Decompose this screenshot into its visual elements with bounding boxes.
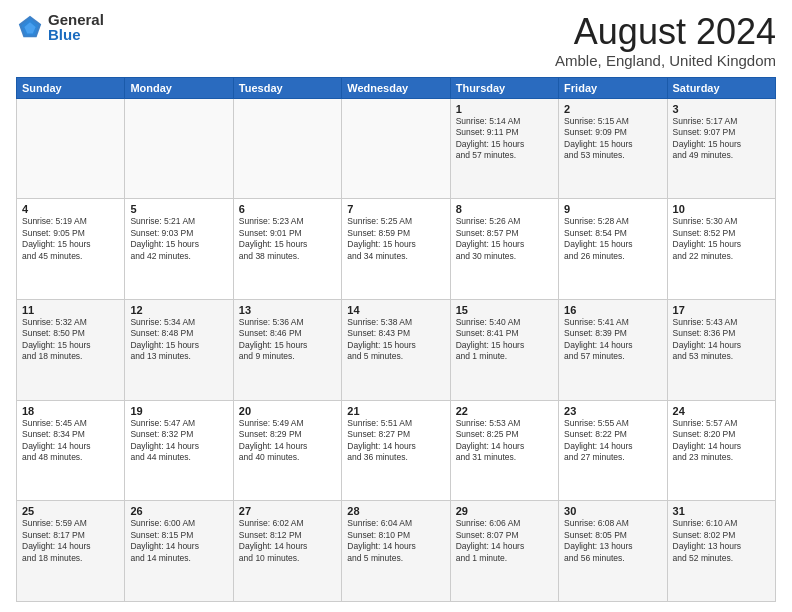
day-number: 9: [564, 203, 661, 215]
day-info: Sunrise: 5:59 AM Sunset: 8:17 PM Dayligh…: [22, 518, 119, 564]
weekday-header-wednesday: Wednesday: [342, 77, 450, 98]
day-info: Sunrise: 6:06 AM Sunset: 8:07 PM Dayligh…: [456, 518, 553, 564]
day-info: Sunrise: 5:53 AM Sunset: 8:25 PM Dayligh…: [456, 418, 553, 464]
calendar-cell: 14Sunrise: 5:38 AM Sunset: 8:43 PM Dayli…: [342, 299, 450, 400]
day-number: 27: [239, 505, 336, 517]
header: General Blue August 2024 Amble, England,…: [16, 12, 776, 69]
day-info: Sunrise: 5:26 AM Sunset: 8:57 PM Dayligh…: [456, 216, 553, 262]
calendar-cell: 23Sunrise: 5:55 AM Sunset: 8:22 PM Dayli…: [559, 400, 667, 501]
day-number: 16: [564, 304, 661, 316]
calendar-cell: [233, 98, 341, 199]
day-number: 3: [673, 103, 770, 115]
month-year-title: August 2024: [555, 12, 776, 52]
day-info: Sunrise: 5:51 AM Sunset: 8:27 PM Dayligh…: [347, 418, 444, 464]
day-info: Sunrise: 6:00 AM Sunset: 8:15 PM Dayligh…: [130, 518, 227, 564]
day-number: 30: [564, 505, 661, 517]
weekday-header-saturday: Saturday: [667, 77, 775, 98]
day-info: Sunrise: 5:19 AM Sunset: 9:05 PM Dayligh…: [22, 216, 119, 262]
day-info: Sunrise: 5:17 AM Sunset: 9:07 PM Dayligh…: [673, 116, 770, 162]
day-number: 26: [130, 505, 227, 517]
day-info: Sunrise: 5:49 AM Sunset: 8:29 PM Dayligh…: [239, 418, 336, 464]
day-info: Sunrise: 5:45 AM Sunset: 8:34 PM Dayligh…: [22, 418, 119, 464]
calendar-cell: 30Sunrise: 6:08 AM Sunset: 8:05 PM Dayli…: [559, 501, 667, 602]
weekday-header-monday: Monday: [125, 77, 233, 98]
day-number: 6: [239, 203, 336, 215]
calendar-cell: 17Sunrise: 5:43 AM Sunset: 8:36 PM Dayli…: [667, 299, 775, 400]
day-number: 17: [673, 304, 770, 316]
day-number: 11: [22, 304, 119, 316]
day-info: Sunrise: 5:21 AM Sunset: 9:03 PM Dayligh…: [130, 216, 227, 262]
calendar-cell: 2Sunrise: 5:15 AM Sunset: 9:09 PM Daylig…: [559, 98, 667, 199]
calendar-week-row: 25Sunrise: 5:59 AM Sunset: 8:17 PM Dayli…: [17, 501, 776, 602]
calendar-cell: 10Sunrise: 5:30 AM Sunset: 8:52 PM Dayli…: [667, 199, 775, 300]
day-info: Sunrise: 5:36 AM Sunset: 8:46 PM Dayligh…: [239, 317, 336, 363]
calendar-table: SundayMondayTuesdayWednesdayThursdayFrid…: [16, 77, 776, 602]
day-number: 7: [347, 203, 444, 215]
day-info: Sunrise: 5:14 AM Sunset: 9:11 PM Dayligh…: [456, 116, 553, 162]
calendar-cell: 12Sunrise: 5:34 AM Sunset: 8:48 PM Dayli…: [125, 299, 233, 400]
day-info: Sunrise: 5:28 AM Sunset: 8:54 PM Dayligh…: [564, 216, 661, 262]
day-number: 2: [564, 103, 661, 115]
calendar-week-row: 4Sunrise: 5:19 AM Sunset: 9:05 PM Daylig…: [17, 199, 776, 300]
calendar-header-row: SundayMondayTuesdayWednesdayThursdayFrid…: [17, 77, 776, 98]
logo: General Blue: [16, 12, 104, 42]
day-info: Sunrise: 5:32 AM Sunset: 8:50 PM Dayligh…: [22, 317, 119, 363]
calendar-cell: 27Sunrise: 6:02 AM Sunset: 8:12 PM Dayli…: [233, 501, 341, 602]
calendar-cell: [17, 98, 125, 199]
weekday-header-friday: Friday: [559, 77, 667, 98]
day-number: 4: [22, 203, 119, 215]
day-info: Sunrise: 6:08 AM Sunset: 8:05 PM Dayligh…: [564, 518, 661, 564]
day-number: 28: [347, 505, 444, 517]
day-info: Sunrise: 6:02 AM Sunset: 8:12 PM Dayligh…: [239, 518, 336, 564]
calendar-cell: 9Sunrise: 5:28 AM Sunset: 8:54 PM Daylig…: [559, 199, 667, 300]
day-number: 31: [673, 505, 770, 517]
day-info: Sunrise: 5:41 AM Sunset: 8:39 PM Dayligh…: [564, 317, 661, 363]
logo-blue-label: Blue: [48, 27, 104, 42]
day-number: 1: [456, 103, 553, 115]
day-number: 13: [239, 304, 336, 316]
day-info: Sunrise: 5:40 AM Sunset: 8:41 PM Dayligh…: [456, 317, 553, 363]
calendar-cell: [342, 98, 450, 199]
calendar-cell: 11Sunrise: 5:32 AM Sunset: 8:50 PM Dayli…: [17, 299, 125, 400]
day-info: Sunrise: 5:43 AM Sunset: 8:36 PM Dayligh…: [673, 317, 770, 363]
day-number: 23: [564, 405, 661, 417]
weekday-header-tuesday: Tuesday: [233, 77, 341, 98]
day-info: Sunrise: 5:30 AM Sunset: 8:52 PM Dayligh…: [673, 216, 770, 262]
calendar-cell: 15Sunrise: 5:40 AM Sunset: 8:41 PM Dayli…: [450, 299, 558, 400]
weekday-header-thursday: Thursday: [450, 77, 558, 98]
calendar-cell: 31Sunrise: 6:10 AM Sunset: 8:02 PM Dayli…: [667, 501, 775, 602]
calendar-week-row: 11Sunrise: 5:32 AM Sunset: 8:50 PM Dayli…: [17, 299, 776, 400]
day-number: 22: [456, 405, 553, 417]
logo-icon: [16, 13, 44, 41]
title-area: August 2024 Amble, England, United Kingd…: [555, 12, 776, 69]
day-number: 20: [239, 405, 336, 417]
day-number: 25: [22, 505, 119, 517]
calendar-cell: 20Sunrise: 5:49 AM Sunset: 8:29 PM Dayli…: [233, 400, 341, 501]
day-number: 21: [347, 405, 444, 417]
calendar-cell: [125, 98, 233, 199]
page: General Blue August 2024 Amble, England,…: [0, 0, 792, 612]
calendar-cell: 21Sunrise: 5:51 AM Sunset: 8:27 PM Dayli…: [342, 400, 450, 501]
calendar-cell: 25Sunrise: 5:59 AM Sunset: 8:17 PM Dayli…: [17, 501, 125, 602]
day-number: 18: [22, 405, 119, 417]
day-info: Sunrise: 5:25 AM Sunset: 8:59 PM Dayligh…: [347, 216, 444, 262]
calendar-cell: 4Sunrise: 5:19 AM Sunset: 9:05 PM Daylig…: [17, 199, 125, 300]
calendar-cell: 13Sunrise: 5:36 AM Sunset: 8:46 PM Dayli…: [233, 299, 341, 400]
calendar-week-row: 18Sunrise: 5:45 AM Sunset: 8:34 PM Dayli…: [17, 400, 776, 501]
day-info: Sunrise: 6:04 AM Sunset: 8:10 PM Dayligh…: [347, 518, 444, 564]
location-subtitle: Amble, England, United Kingdom: [555, 52, 776, 69]
calendar-cell: 5Sunrise: 5:21 AM Sunset: 9:03 PM Daylig…: [125, 199, 233, 300]
day-number: 8: [456, 203, 553, 215]
calendar-cell: 22Sunrise: 5:53 AM Sunset: 8:25 PM Dayli…: [450, 400, 558, 501]
calendar-cell: 26Sunrise: 6:00 AM Sunset: 8:15 PM Dayli…: [125, 501, 233, 602]
calendar-cell: 19Sunrise: 5:47 AM Sunset: 8:32 PM Dayli…: [125, 400, 233, 501]
day-info: Sunrise: 5:57 AM Sunset: 8:20 PM Dayligh…: [673, 418, 770, 464]
day-number: 10: [673, 203, 770, 215]
calendar-cell: 3Sunrise: 5:17 AM Sunset: 9:07 PM Daylig…: [667, 98, 775, 199]
logo-general-label: General: [48, 12, 104, 27]
calendar-cell: 6Sunrise: 5:23 AM Sunset: 9:01 PM Daylig…: [233, 199, 341, 300]
day-number: 19: [130, 405, 227, 417]
calendar-cell: 18Sunrise: 5:45 AM Sunset: 8:34 PM Dayli…: [17, 400, 125, 501]
day-number: 24: [673, 405, 770, 417]
calendar-cell: 8Sunrise: 5:26 AM Sunset: 8:57 PM Daylig…: [450, 199, 558, 300]
